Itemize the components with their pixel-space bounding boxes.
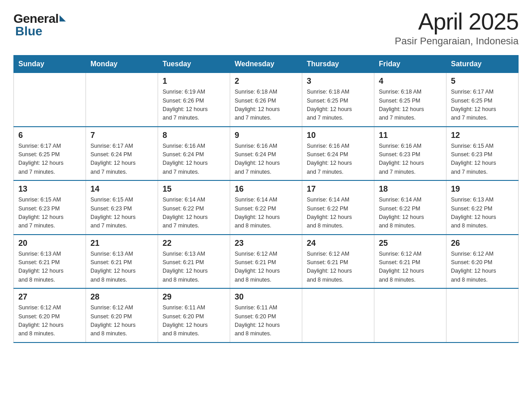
day-number: 7 [90, 131, 153, 140]
day-info: Sunrise: 6:18 AM Sunset: 6:25 PM Dayligh… [307, 88, 369, 123]
day-number: 13 [18, 184, 81, 194]
day-info: Sunrise: 6:13 AM Sunset: 6:21 PM Dayligh… [18, 250, 81, 285]
weekday-header-saturday: Saturday [446, 56, 519, 73]
day-number: 23 [235, 239, 297, 248]
calendar-cell: 30Sunrise: 6:11 AM Sunset: 6:20 PM Dayli… [230, 288, 302, 342]
calendar-cell: 16Sunrise: 6:14 AM Sunset: 6:22 PM Dayli… [230, 180, 302, 235]
weekday-header-thursday: Thursday [302, 56, 374, 73]
day-number: 26 [451, 239, 514, 248]
page-header: General Blue April 2025 Pasir Pengaraian… [13, 9, 519, 47]
calendar-cell: 11Sunrise: 6:16 AM Sunset: 6:23 PM Dayli… [374, 127, 446, 181]
day-info: Sunrise: 6:18 AM Sunset: 6:26 PM Dayligh… [235, 88, 297, 123]
day-number: 9 [235, 131, 297, 140]
calendar-cell: 7Sunrise: 6:17 AM Sunset: 6:24 PM Daylig… [86, 127, 158, 181]
day-number: 20 [18, 239, 81, 248]
calendar-cell: 21Sunrise: 6:13 AM Sunset: 6:21 PM Dayli… [86, 235, 158, 289]
day-number: 1 [163, 77, 225, 86]
day-info: Sunrise: 6:12 AM Sunset: 6:20 PM Dayligh… [18, 304, 81, 338]
calendar-subtitle: Pasir Pengaraian, Indonesia [395, 35, 519, 47]
calendar-cell [302, 288, 374, 342]
day-info: Sunrise: 6:15 AM Sunset: 6:23 PM Dayligh… [18, 196, 81, 231]
day-info: Sunrise: 6:13 AM Sunset: 6:21 PM Dayligh… [90, 250, 153, 285]
calendar-week-2: 6Sunrise: 6:17 AM Sunset: 6:25 PM Daylig… [14, 127, 519, 181]
day-info: Sunrise: 6:12 AM Sunset: 6:21 PM Dayligh… [235, 250, 297, 285]
calendar-cell [446, 288, 519, 342]
day-info: Sunrise: 6:14 AM Sunset: 6:22 PM Dayligh… [163, 196, 225, 231]
logo-general-text: General [13, 13, 59, 25]
weekday-header-tuesday: Tuesday [158, 56, 230, 73]
calendar-cell: 27Sunrise: 6:12 AM Sunset: 6:20 PM Dayli… [14, 288, 86, 342]
logo: General Blue [13, 13, 66, 39]
day-info: Sunrise: 6:19 AM Sunset: 6:26 PM Dayligh… [163, 88, 225, 123]
calendar-week-5: 27Sunrise: 6:12 AM Sunset: 6:20 PM Dayli… [14, 288, 519, 342]
calendar-cell [14, 73, 86, 127]
weekday-header-sunday: Sunday [14, 56, 86, 73]
calendar-cell: 20Sunrise: 6:13 AM Sunset: 6:21 PM Dayli… [14, 235, 86, 289]
calendar-cell [374, 288, 446, 342]
calendar-cell: 19Sunrise: 6:13 AM Sunset: 6:22 PM Dayli… [446, 180, 519, 235]
calendar-cell: 17Sunrise: 6:14 AM Sunset: 6:22 PM Dayli… [302, 180, 374, 235]
day-number: 14 [90, 184, 153, 194]
weekday-header-monday: Monday [86, 56, 158, 73]
day-number: 5 [451, 77, 514, 86]
day-number: 22 [163, 239, 225, 248]
logo-arrow-icon [60, 15, 66, 21]
calendar-cell: 1Sunrise: 6:19 AM Sunset: 6:26 PM Daylig… [158, 73, 230, 127]
day-info: Sunrise: 6:16 AM Sunset: 6:24 PM Dayligh… [235, 142, 297, 177]
calendar-cell: 22Sunrise: 6:13 AM Sunset: 6:21 PM Dayli… [158, 235, 230, 289]
day-info: Sunrise: 6:12 AM Sunset: 6:21 PM Dayligh… [379, 250, 442, 285]
calendar-cell: 2Sunrise: 6:18 AM Sunset: 6:26 PM Daylig… [230, 73, 302, 127]
calendar-week-3: 13Sunrise: 6:15 AM Sunset: 6:23 PM Dayli… [14, 180, 519, 235]
calendar-cell: 13Sunrise: 6:15 AM Sunset: 6:23 PM Dayli… [14, 180, 86, 235]
calendar-cell [86, 73, 158, 127]
day-number: 19 [451, 184, 514, 194]
day-number: 2 [235, 77, 297, 86]
day-number: 24 [307, 239, 369, 248]
day-number: 6 [18, 131, 81, 140]
day-number: 28 [90, 292, 153, 302]
day-info: Sunrise: 6:15 AM Sunset: 6:23 PM Dayligh… [90, 196, 153, 231]
day-number: 21 [90, 239, 153, 248]
calendar-week-4: 20Sunrise: 6:13 AM Sunset: 6:21 PM Dayli… [14, 235, 519, 289]
calendar-cell: 26Sunrise: 6:12 AM Sunset: 6:20 PM Dayli… [446, 235, 519, 289]
day-info: Sunrise: 6:13 AM Sunset: 6:22 PM Dayligh… [451, 196, 514, 231]
day-info: Sunrise: 6:16 AM Sunset: 6:24 PM Dayligh… [307, 142, 369, 177]
day-info: Sunrise: 6:14 AM Sunset: 6:22 PM Dayligh… [379, 196, 442, 231]
day-number: 10 [307, 131, 369, 140]
calendar-table: SundayMondayTuesdayWednesdayThursdayFrid… [13, 55, 519, 343]
calendar-cell: 24Sunrise: 6:12 AM Sunset: 6:21 PM Dayli… [302, 235, 374, 289]
day-number: 3 [307, 77, 369, 86]
calendar-week-1: 1Sunrise: 6:19 AM Sunset: 6:26 PM Daylig… [14, 73, 519, 127]
day-number: 15 [163, 184, 225, 194]
calendar-cell: 8Sunrise: 6:16 AM Sunset: 6:24 PM Daylig… [158, 127, 230, 181]
day-info: Sunrise: 6:12 AM Sunset: 6:20 PM Dayligh… [451, 250, 514, 285]
calendar-cell: 29Sunrise: 6:11 AM Sunset: 6:20 PM Dayli… [158, 288, 230, 342]
calendar-title: April 2025 [395, 9, 519, 34]
title-block: April 2025 Pasir Pengaraian, Indonesia [395, 9, 519, 47]
day-info: Sunrise: 6:16 AM Sunset: 6:24 PM Dayligh… [163, 142, 225, 177]
weekday-header-friday: Friday [374, 56, 446, 73]
weekday-header-wednesday: Wednesday [230, 56, 302, 73]
logo-blue-text: Blue [13, 24, 43, 39]
day-number: 8 [163, 131, 225, 140]
calendar-cell: 25Sunrise: 6:12 AM Sunset: 6:21 PM Dayli… [374, 235, 446, 289]
calendar-cell: 6Sunrise: 6:17 AM Sunset: 6:25 PM Daylig… [14, 127, 86, 181]
day-info: Sunrise: 6:14 AM Sunset: 6:22 PM Dayligh… [307, 196, 369, 231]
calendar-cell: 10Sunrise: 6:16 AM Sunset: 6:24 PM Dayli… [302, 127, 374, 181]
day-info: Sunrise: 6:13 AM Sunset: 6:21 PM Dayligh… [163, 250, 225, 285]
calendar-cell: 15Sunrise: 6:14 AM Sunset: 6:22 PM Dayli… [158, 180, 230, 235]
day-info: Sunrise: 6:17 AM Sunset: 6:24 PM Dayligh… [90, 142, 153, 177]
calendar-cell: 28Sunrise: 6:12 AM Sunset: 6:20 PM Dayli… [86, 288, 158, 342]
day-info: Sunrise: 6:17 AM Sunset: 6:25 PM Dayligh… [451, 88, 514, 123]
day-info: Sunrise: 6:12 AM Sunset: 6:20 PM Dayligh… [90, 304, 153, 338]
day-number: 30 [235, 292, 297, 302]
day-number: 4 [379, 77, 442, 86]
day-number: 17 [307, 184, 369, 194]
day-info: Sunrise: 6:12 AM Sunset: 6:21 PM Dayligh… [307, 250, 369, 285]
day-number: 12 [451, 131, 514, 140]
day-number: 18 [379, 184, 442, 194]
day-number: 16 [235, 184, 297, 194]
day-info: Sunrise: 6:16 AM Sunset: 6:23 PM Dayligh… [379, 142, 442, 177]
calendar-cell: 18Sunrise: 6:14 AM Sunset: 6:22 PM Dayli… [374, 180, 446, 235]
day-info: Sunrise: 6:18 AM Sunset: 6:25 PM Dayligh… [379, 88, 442, 123]
